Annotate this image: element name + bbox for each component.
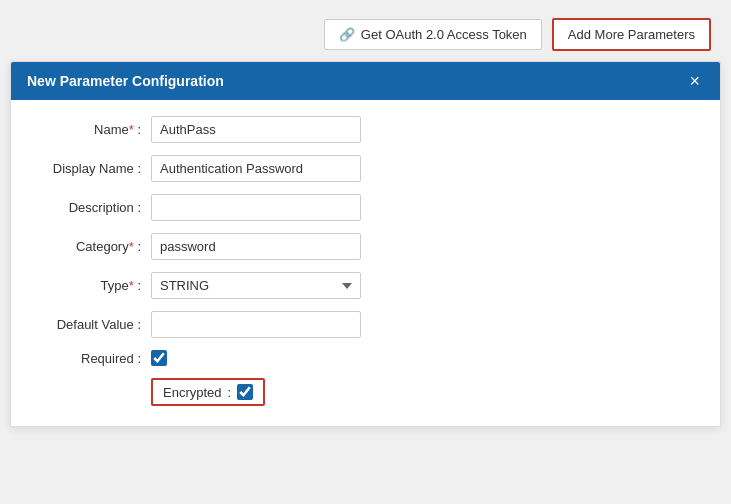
oauth-button[interactable]: 🔗 Get OAuth 2.0 Access Token	[324, 19, 542, 50]
encrypted-box: Encrypted :	[151, 378, 265, 406]
required-checkbox[interactable]	[151, 350, 167, 366]
encrypted-checkbox[interactable]	[237, 384, 253, 400]
description-input[interactable]	[151, 194, 361, 221]
default-value-row: Default Value :	[31, 311, 700, 338]
description-label: Description :	[31, 200, 151, 215]
default-value-input[interactable]	[151, 311, 361, 338]
modal-container: New Parameter Configuration × Name* : Di…	[10, 61, 721, 427]
link-icon: 🔗	[339, 27, 355, 42]
modal-close-button[interactable]: ×	[685, 72, 704, 90]
name-input[interactable]	[151, 116, 361, 143]
top-bar: 🔗 Get OAuth 2.0 Access Token Add More Pa…	[0, 0, 731, 61]
type-label: Type* :	[31, 278, 151, 293]
type-select[interactable]: STRING INTEGER BOOLEAN ARRAY	[151, 272, 361, 299]
name-label: Name* :	[31, 122, 151, 137]
category-label: Category* :	[31, 239, 151, 254]
modal-title: New Parameter Configuration	[27, 73, 224, 89]
add-params-button[interactable]: Add More Parameters	[552, 18, 711, 51]
modal-body: Name* : Display Name : Description : Cat…	[11, 100, 720, 426]
oauth-button-label: Get OAuth 2.0 Access Token	[361, 27, 527, 42]
category-input[interactable]	[151, 233, 361, 260]
default-value-label: Default Value :	[31, 317, 151, 332]
display-name-row: Display Name :	[31, 155, 700, 182]
description-row: Description :	[31, 194, 700, 221]
display-name-label: Display Name :	[31, 161, 151, 176]
category-row: Category* :	[31, 233, 700, 260]
encrypted-label: Encrypted	[163, 385, 222, 400]
name-row: Name* :	[31, 116, 700, 143]
type-row: Type* : STRING INTEGER BOOLEAN ARRAY	[31, 272, 700, 299]
display-name-input[interactable]	[151, 155, 361, 182]
modal-header: New Parameter Configuration ×	[11, 62, 720, 100]
required-label: Required :	[31, 351, 151, 366]
required-row: Required :	[31, 350, 700, 366]
add-params-button-label: Add More Parameters	[568, 27, 695, 42]
encrypted-row: Encrypted :	[31, 378, 700, 406]
